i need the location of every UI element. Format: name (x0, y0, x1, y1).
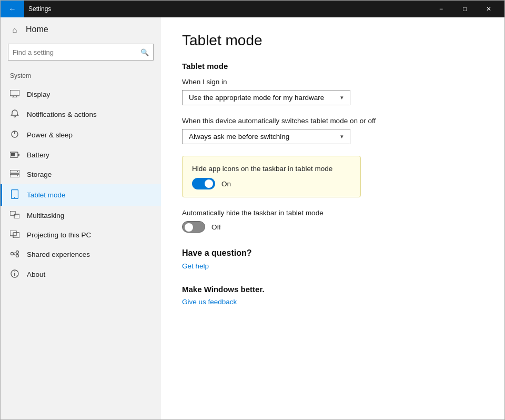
svg-point-19 (11, 253, 14, 255)
sidebar-item-notifications[interactable]: Notifications & actions (1, 104, 161, 125)
back-button[interactable]: ← (1, 1, 24, 17)
hide-icons-toggle[interactable] (192, 178, 215, 189)
tablet-label: Tablet mode (27, 191, 66, 199)
titlebar: ← Settings − □ ✕ (1, 1, 504, 17)
about-label: About (27, 271, 45, 278)
shared-label: Shared experiences (27, 251, 90, 258)
search-box[interactable]: 🔍 (8, 44, 154, 61)
battery-icon (10, 151, 19, 159)
sidebar-item-power[interactable]: Power & sleep (1, 125, 161, 145)
make-better-title: Make Windows better. (182, 285, 483, 294)
display-label: Display (27, 91, 50, 98)
hide-icons-label: Hide app icons on the taskbar in tablet … (192, 165, 351, 173)
hide-icons-toggle-row: On (192, 178, 351, 189)
sidebar-item-multitasking[interactable]: Multitasking (1, 206, 161, 225)
sign-in-dropdown[interactable]: Use the appropriate mode for my hardware… (182, 90, 350, 105)
taskbar-toggle-row: Off (182, 221, 483, 233)
highlight-toggle-box: Hide app icons on the taskbar in tablet … (182, 156, 361, 197)
search-input[interactable] (13, 48, 140, 56)
when-sign-in-label: When I sign in (182, 78, 483, 86)
svg-rect-0 (10, 90, 19, 96)
notifications-icon (10, 109, 19, 119)
sidebar: ⌂ Home 🔍 System Display Notifications & … (1, 17, 161, 419)
sidebar-item-projecting[interactable]: Projecting to this PC (1, 225, 161, 245)
home-label: Home (26, 25, 48, 34)
sidebar-item-home[interactable]: ⌂ Home (1, 17, 161, 42)
power-label: Power & sleep (27, 131, 73, 139)
sign-in-dropdown-arrow-icon: ▾ (340, 94, 344, 101)
about-icon (10, 269, 19, 279)
minimize-button[interactable]: − (429, 1, 453, 17)
sidebar-section-label: System (1, 69, 161, 83)
taskbar-toggle-state: Off (211, 223, 221, 231)
sidebar-item-tablet[interactable]: Tablet mode (1, 184, 161, 206)
sign-in-dropdown-value: Use the appropriate mode for my hardware (189, 94, 324, 102)
shared-icon (10, 250, 19, 259)
sidebar-item-about[interactable]: About (1, 264, 161, 285)
back-arrow-icon: ← (9, 5, 16, 13)
window-controls: − □ ✕ (429, 1, 500, 17)
home-icon: ⌂ (10, 25, 19, 34)
tablet-icon (10, 189, 19, 201)
storage-icon (10, 170, 19, 179)
auto-switch-dropdown[interactable]: Always ask me before switching ▾ (182, 129, 350, 144)
maximize-button[interactable]: □ (453, 1, 477, 17)
sidebar-item-battery[interactable]: Battery (1, 145, 161, 165)
taskbar-toggle-thumb (185, 223, 193, 232)
svg-rect-10 (10, 174, 19, 177)
window-title: Settings (28, 5, 429, 13)
projecting-label: Projecting to this PC (27, 231, 91, 239)
svg-point-21 (16, 255, 19, 257)
display-icon (10, 90, 19, 99)
auto-switch-dropdown-value: Always ask me before switching (189, 133, 289, 141)
sidebar-item-storage[interactable]: Storage (1, 165, 161, 184)
auto-switch-dropdown-arrow-icon: ▾ (340, 133, 344, 140)
question-title: Have a question? (182, 248, 483, 258)
content-area: ⌂ Home 🔍 System Display Notifications & … (1, 17, 504, 419)
close-button[interactable]: ✕ (477, 1, 500, 17)
svg-line-23 (13, 254, 16, 255)
projecting-icon (10, 231, 19, 239)
svg-rect-9 (10, 170, 19, 173)
page-title: Tablet mode (182, 32, 483, 49)
svg-point-12 (17, 175, 18, 176)
hide-icons-toggle-state: On (221, 180, 231, 188)
svg-rect-7 (18, 154, 20, 156)
hide-icons-toggle-thumb (205, 179, 213, 188)
svg-line-22 (13, 253, 16, 253)
auto-switch-label: When this device automatically switches … (182, 117, 483, 125)
multitasking-icon (10, 211, 19, 220)
notifications-label: Notifications & actions (27, 111, 97, 118)
sidebar-item-shared[interactable]: Shared experiences (1, 245, 161, 264)
get-help-link[interactable]: Get help (182, 262, 483, 270)
multitasking-label: Multitasking (27, 212, 64, 219)
storage-label: Storage (27, 171, 52, 178)
svg-point-20 (16, 251, 19, 254)
taskbar-toggle[interactable] (182, 221, 205, 233)
svg-rect-8 (11, 153, 15, 156)
window: ← Settings − □ ✕ ⌂ Home 🔍 System (0, 0, 505, 420)
sidebar-item-display[interactable]: Display (1, 85, 161, 104)
search-icon: 🔍 (140, 48, 149, 56)
taskbar-toggle-label: Automatically hide the taskbar in tablet… (182, 209, 483, 217)
section-title: Tablet mode (182, 62, 483, 71)
svg-point-11 (17, 171, 18, 172)
feedback-link[interactable]: Give us feedback (182, 298, 483, 306)
main-content: Tablet mode Tablet mode When I sign in U… (161, 17, 504, 419)
power-icon (10, 130, 19, 140)
svg-point-26 (14, 272, 15, 273)
battery-label: Battery (27, 151, 49, 159)
